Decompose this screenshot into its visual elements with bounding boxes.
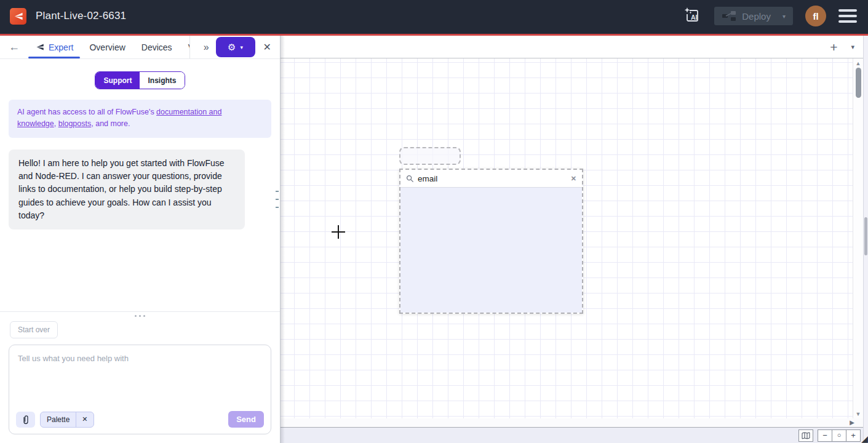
remove-palette-icon[interactable]: ✕ — [76, 412, 93, 427]
tab-version[interactable]: Ver — [180, 36, 189, 58]
scroll-right-icon[interactable]: ▶ — [850, 419, 854, 426]
tab-expert[interactable]: Expert — [27, 36, 81, 58]
app-header: Plant-Live-02-6631 AI Deploy ▾ — [0, 0, 868, 36]
ai-assistant-icon[interactable]: AI — [682, 6, 702, 26]
send-button[interactable]: Send — [228, 411, 264, 428]
composer-textarea[interactable] — [9, 345, 271, 411]
tab-overview[interactable]: Overview — [81, 36, 133, 58]
expert-flowfuse-icon — [35, 42, 44, 52]
main-split: ← Expert Overview Devices — [0, 36, 868, 443]
deploy-button[interactable]: Deploy ▾ — [714, 7, 793, 25]
composer-actions: Palette ✕ Send — [9, 411, 271, 434]
page-scrollbar[interactable] — [863, 36, 868, 443]
mode-toggle: Support Insights — [95, 71, 185, 89]
zoom-out-button[interactable]: − — [818, 429, 832, 442]
flowfuse-editor: Plant-Live-02-6631 AI Deploy ▾ — [0, 0, 868, 443]
zoom-in-button[interactable]: + — [846, 429, 861, 442]
instance-title: Plant-Live-02-6631 — [36, 10, 126, 22]
page-scroll-thumb[interactable] — [864, 217, 867, 255]
blogposts-link[interactable]: blogposts — [58, 119, 92, 128]
tab-devices[interactable]: Devices — [133, 36, 180, 58]
attachment-button[interactable] — [16, 412, 35, 428]
info-text: AI agent has access to all of FlowFuse's — [17, 108, 156, 116]
flow-list-caret-icon[interactable]: ▾ — [851, 43, 854, 51]
palette-chip-label: Palette — [41, 412, 76, 427]
composer-section: Start over Palette ✕ Send — [0, 311, 280, 443]
palette-context-chip: Palette ✕ — [40, 412, 94, 428]
flowfuse-logo-icon[interactable] — [10, 8, 26, 25]
placeholder-node[interactable] — [399, 147, 461, 165]
canvas-vertical-scrollbar[interactable]: ▲ ▼ — [853, 58, 863, 418]
info-text: , — [54, 119, 58, 128]
quick-add-search-row: ✕ — [400, 170, 582, 188]
panel-resize-handle[interactable] — [276, 191, 279, 215]
quick-add-results[interactable] — [400, 188, 582, 313]
tabbar-actions: » ⚙ ▾ ✕ — [202, 37, 271, 57]
info-text: , and more. — [91, 119, 130, 128]
flowfuse-glyph — [13, 11, 23, 22]
user-avatar[interactable]: fl — [805, 6, 826, 26]
flow-tabs-bar: + ▾ — [281, 36, 863, 58]
deploy-caret-icon[interactable]: ▾ — [782, 13, 786, 20]
navigator-button[interactable] — [798, 429, 813, 442]
ai-info-banner: AI agent has access to all of FlowFuse's… — [9, 100, 271, 138]
back-button[interactable]: ← — [9, 41, 22, 54]
close-panel-icon[interactable]: ✕ — [263, 41, 271, 53]
tab-label: Devices — [141, 42, 172, 52]
chat-scroll-area — [0, 229, 280, 311]
start-over-button[interactable]: Start over — [10, 321, 58, 338]
map-icon — [802, 432, 810, 439]
tab-label: Overview — [89, 42, 125, 52]
assistant-message: Hello! I am here to help you get started… — [9, 150, 245, 229]
paperclip-icon — [22, 415, 30, 425]
chevron-down-icon: ▾ — [241, 44, 244, 50]
crosshair-cursor — [338, 225, 339, 239]
quick-add-dialog: ✕ — [399, 169, 583, 314]
flow-canvas-grid[interactable]: ✕ — [281, 58, 863, 418]
add-flow-button[interactable]: + — [830, 41, 837, 54]
flow-canvas-region: + ▾ ✕ — [281, 36, 863, 443]
corner-resize-icon[interactable]: ◢ — [861, 434, 868, 443]
menu-icon[interactable] — [838, 8, 857, 24]
toggle-insights-button[interactable]: Insights — [140, 72, 184, 89]
deploy-node-icon — [722, 10, 736, 22]
canvas-horizontal-scrollbar[interactable]: ▶ — [281, 418, 863, 427]
tabs-overflow-icon[interactable]: » — [202, 42, 210, 53]
header-actions: AI Deploy ▾ fl — [682, 6, 857, 26]
vertical-scroll-thumb[interactable] — [856, 68, 861, 98]
composer-input-box: Palette ✕ Send — [9, 345, 271, 434]
zoom-controls: − ○ + — [818, 429, 861, 442]
settings-dropdown-button[interactable]: ⚙ ▾ — [216, 37, 255, 57]
composer-resize-handle-icon[interactable] — [0, 312, 280, 317]
clear-search-icon[interactable]: ✕ — [571, 175, 576, 183]
search-icon — [406, 175, 414, 183]
quick-add-search-input[interactable] — [418, 174, 567, 183]
panel-tabs: Expert Overview Devices Ver — [27, 36, 189, 58]
panel-tabbar: ← Expert Overview Devices — [0, 36, 280, 59]
mode-toggle-row: Support Insights — [0, 71, 280, 89]
tab-label: Expert — [49, 42, 73, 52]
toggle-support-button[interactable]: Support — [95, 72, 140, 89]
scroll-up-icon[interactable]: ▲ — [853, 60, 863, 66]
tabbar-separator — [189, 36, 190, 58]
gear-icon: ⚙ — [228, 42, 236, 52]
zoom-reset-button[interactable]: ○ — [832, 429, 846, 442]
deploy-label: Deploy — [742, 11, 771, 22]
assistant-panel: ← Expert Overview Devices — [0, 36, 281, 443]
ai-label: AI — [691, 14, 698, 21]
scroll-down-icon[interactable]: ▼ — [853, 411, 863, 417]
tab-label: Ver — [188, 42, 189, 52]
canvas-footer-toolbar: − ○ + — [281, 427, 863, 443]
